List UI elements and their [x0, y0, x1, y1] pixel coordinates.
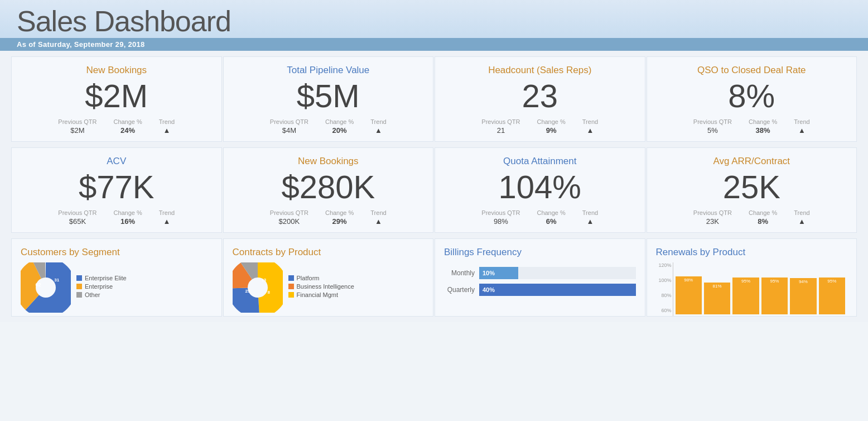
page-title: Sales Dashboard [17, 4, 851, 38]
legend-other: Other [76, 291, 127, 298]
renewals-bar-1: 81% [704, 283, 730, 314]
billings-chart-area: Monthly 10% Quarterly 40% [444, 262, 636, 296]
chart-renewals-title: Renewals by Product [656, 247, 848, 258]
kpi-qso-meta: Previous QTR 5% Change % 38% Trend ▲ [658, 118, 846, 135]
legend-dot-other [76, 292, 82, 298]
kpi-pipeline-meta: Previous QTR $4M Change % 20% Trend ▲ [235, 118, 422, 135]
legend-dot-bi [288, 284, 294, 289]
customers-legend: Enterprise Elite Enterprise Other [76, 275, 127, 300]
chart-billings-frequency: Billings Frequency Monthly 10% Quarterly [435, 238, 645, 317]
kpi-avg-arr-value: 25K [658, 169, 846, 205]
renewals-bar-3: 95% [761, 278, 788, 314]
chart-renewals-product: Renewals by Product 120% 100% 80% 60% 98… [647, 238, 857, 317]
svg-text:13: 13 [261, 278, 266, 283]
kpi-headcount-meta: Previous QTR 21 Change % 9% Trend ▲ [446, 118, 634, 135]
kpi-avg-arr: Avg ARR/Contract 25K Previous QTR 23K Ch… [647, 147, 857, 233]
renewals-bar-2: 95% [732, 278, 759, 314]
charts-row: Customers by Segment 62 31 Enterp [11, 238, 857, 317]
svg-text:8: 8 [267, 289, 270, 294]
kpi-quota: Quota Attainment 104% Previous QTR 98% C… [435, 147, 645, 233]
kpi-meta-prev: Previous QTR $2M [58, 118, 97, 135]
kpi-quota-label: Quota Attainment [446, 156, 634, 167]
kpi-meta-trend: Trend ▲ [159, 118, 175, 135]
legend-dot-enterprise-elite [76, 275, 82, 281]
chart-contracts-product: Contracts by Product 25 13 8 [223, 238, 434, 317]
contracts-pie-container: 25 13 8 Platform Business Intelligence [233, 262, 425, 313]
renewals-bar-4: 94% [790, 278, 816, 314]
chart-customers-title: Customers by Segment [21, 247, 213, 258]
bar-fill-monthly: 10% [479, 267, 518, 279]
legend-financial: Financial Mgmt [288, 291, 354, 298]
kpi-new-bookings-label: New Bookings [23, 65, 210, 76]
kpi-new-bookings: New Bookings $2M Previous QTR $2M Change… [11, 56, 222, 142]
renewals-chart-wrapper: 120% 100% 80% 60% 98% P1 81% [656, 262, 848, 317]
kpi-avg-arr-label: Avg ARR/Contract [658, 156, 846, 167]
kpi-acv-value: $77K [23, 169, 210, 205]
kpi-pipeline-value: Total Pipeline Value $5M Previous QTR $4… [223, 56, 434, 142]
chart-contracts-title: Contracts by Product [233, 247, 425, 258]
renewals-bar-group-5: 95% P6 [819, 278, 845, 317]
kpi-headcount: Headcount (Sales Reps) 23 Previous QTR 2… [435, 56, 645, 142]
renewals-bars: 98% P1 81% P2 95% P3 [673, 262, 848, 317]
kpi-meta-change: Change % 24% [113, 118, 142, 135]
renewals-bar-group-4: 94% P5 [790, 278, 816, 317]
header: Sales Dashboard [0, 0, 868, 38]
bar-track-quarterly: 40% [479, 284, 636, 296]
chart-customers-segment: Customers by Segment 62 31 Enterp [11, 238, 222, 317]
renewals-y-axis: 120% 100% 80% 60% [656, 262, 672, 313]
main-content: New Bookings $2M Previous QTR $2M Change… [0, 51, 868, 322]
bar-row-quarterly: Quarterly 40% [444, 284, 636, 296]
legend-dot-platform [288, 275, 294, 281]
bar-row-monthly: Monthly 10% [444, 267, 636, 279]
legend-platform: Platform [288, 275, 354, 281]
header-subtitle: As of Saturday, September 29, 2018 [0, 38, 868, 51]
bar-fill-quarterly: 40% [479, 284, 636, 296]
legend-dot-financial [288, 292, 294, 298]
kpi-pipeline-value-num: $5M [235, 78, 422, 114]
svg-text:25: 25 [245, 289, 250, 294]
contracts-legend: Platform Business Intelligence Financial… [288, 275, 354, 300]
kpi-headcount-value: 23 [446, 78, 634, 114]
kpi-row-2: ACV $77K Previous QTR $65K Change % 16% … [11, 147, 857, 233]
renewals-bar-group-1: 81% P2 [704, 283, 730, 317]
contracts-pie-chart: 25 13 8 [233, 262, 283, 313]
kpi-acv: ACV $77K Previous QTR $65K Change % 16% … [11, 147, 222, 233]
legend-dot-enterprise [76, 284, 82, 289]
renewals-bar-group-0: 98% P1 [676, 276, 702, 317]
renewals-bar-group-3: 95% P4 [761, 278, 788, 317]
kpi-new-bookings-2-label: New Bookings [235, 156, 422, 167]
kpi-qso-value: 8% [658, 78, 846, 114]
renewals-bar-0: 98% [676, 276, 702, 314]
kpi-new-bookings-2: New Bookings $280K Previous QTR $200K Ch… [223, 147, 434, 233]
svg-text:62: 62 [35, 282, 41, 288]
kpi-pipeline-label: Total Pipeline Value [235, 65, 422, 76]
kpi-headcount-label: Headcount (Sales Reps) [446, 65, 634, 76]
kpi-acv-label: ACV [23, 156, 210, 167]
kpi-quota-value: 104% [446, 169, 634, 205]
kpi-row-1: New Bookings $2M Previous QTR $2M Change… [11, 56, 857, 142]
legend-enterprise-elite: Enterprise Elite [76, 275, 127, 281]
chart-billings-title: Billings Frequency [444, 247, 636, 258]
kpi-new-bookings-meta: Previous QTR $2M Change % 24% Trend ▲ [23, 118, 210, 135]
renewals-bar-group-2: 95% P3 [732, 278, 759, 317]
legend-bi: Business Intelligence [288, 283, 354, 290]
kpi-qso: QSO to Closed Deal Rate 8% Previous QTR … [647, 56, 857, 142]
renewals-bar-5: 95% [819, 278, 845, 314]
kpi-qso-label: QSO to Closed Deal Rate [658, 65, 846, 76]
kpi-new-bookings-2-value: $280K [235, 169, 422, 205]
customers-pie-container: 62 31 Enterprise Elite Enterprise Other [21, 262, 213, 313]
billings-bar-chart: Monthly 10% Quarterly 40% [444, 267, 636, 296]
legend-enterprise: Enterprise [76, 283, 127, 290]
svg-text:31: 31 [54, 278, 59, 283]
customers-pie-chart: 62 31 [21, 262, 71, 313]
kpi-new-bookings-value: $2M [23, 78, 210, 114]
bar-track-monthly: 10% [479, 267, 636, 279]
